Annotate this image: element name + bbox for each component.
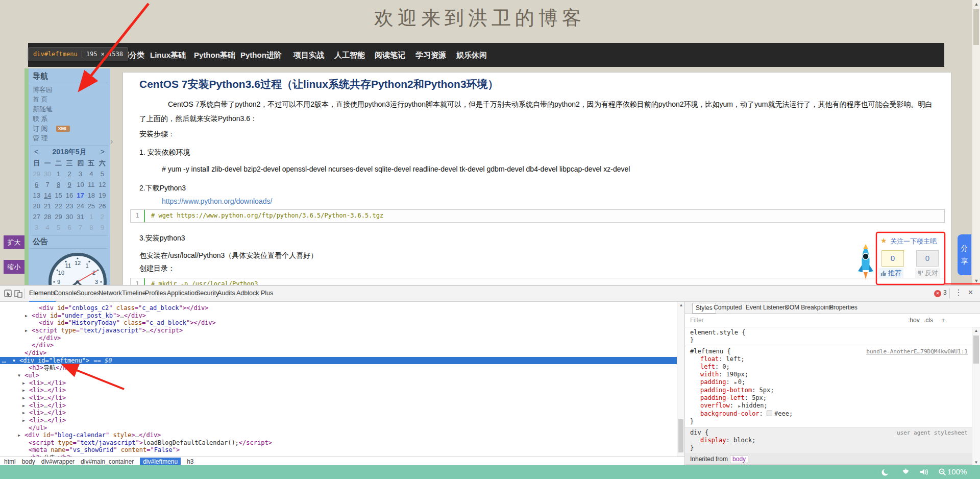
- nav-item[interactable]: 阅读笔记: [375, 43, 405, 67]
- css-property[interactable]: padding-left: 5px;: [690, 394, 968, 402]
- breadcrumb-div#main_container[interactable]: div#main_container: [81, 458, 134, 465]
- breadcrumb-h3[interactable]: h3: [187, 458, 193, 465]
- expand-arrow-icon[interactable]: ▶: [22, 387, 25, 395]
- color-swatch[interactable]: [767, 411, 772, 416]
- calendar-day[interactable]: 8: [53, 181, 64, 188]
- styles-tab-dom-breakpoints[interactable]: DOM Breakpoints: [785, 303, 834, 313]
- calendar-day[interactable]: 6: [31, 181, 42, 188]
- zoom-magnifier-icon[interactable]: [938, 468, 947, 476]
- scrollbar-thumb[interactable]: [973, 9, 979, 45]
- nav-item[interactable]: 学习资源: [415, 43, 446, 67]
- dom-row[interactable]: ▶<div id="under_post_kb">…</div>: [0, 312, 677, 320]
- expand-arrow-icon[interactable]: ▶: [22, 380, 25, 388]
- dom-row[interactable]: <script type="text/javascript">loadBlogD…: [0, 439, 677, 447]
- css-property[interactable]: display: block;: [690, 437, 968, 444]
- styles-tab-properties[interactable]: Properties: [829, 303, 857, 313]
- expand-arrow-icon[interactable]: ▶: [25, 313, 28, 320]
- sidebar-link[interactable]: 联 系: [33, 114, 108, 124]
- shrink-button[interactable]: 缩小: [4, 260, 24, 274]
- dom-row[interactable]: ▶<li>…</li>: [0, 394, 677, 402]
- css-property[interactable]: width: 190px;: [690, 371, 968, 378]
- css-rule[interactable]: element.style {}: [685, 327, 972, 346]
- zoom-level[interactable]: 100%: [947, 467, 967, 476]
- devtools-tab-network[interactable]: Network: [99, 285, 122, 301]
- calendar-next-button[interactable]: >: [101, 146, 105, 158]
- stylesheet-source-link[interactable]: bundle-AnotherE…79DQM4kw0WU1:1: [866, 348, 968, 355]
- calendar-prev-button[interactable]: <: [34, 146, 38, 158]
- acorn-icon[interactable]: [901, 468, 910, 476]
- css-rule[interactable]: user agent stylesheetdiv {display: block…: [685, 427, 972, 454]
- scroll-up-icon[interactable]: ▲: [972, 2, 980, 7]
- devtools-menu-icon[interactable]: ⋮: [954, 288, 963, 297]
- dom-row[interactable]: ▶<li>…</li>: [0, 379, 677, 387]
- sidebar-toggle[interactable]: ›: [110, 137, 113, 146]
- breadcrumb-body[interactable]: body: [22, 458, 35, 465]
- toggle-hover-state-button[interactable]: :hov: [908, 317, 920, 324]
- devtools-tab-console[interactable]: Console: [54, 285, 77, 301]
- sidebar-link[interactable]: 博客园: [33, 85, 108, 94]
- dom-row[interactable]: ▶<li>…</li>: [0, 402, 677, 410]
- scrollbar-thumb[interactable]: [678, 419, 683, 452]
- devtools-tab-profiles[interactable]: Profiles: [145, 285, 166, 301]
- scroll-down-icon[interactable]: ▼: [972, 460, 980, 465]
- scroll-up-icon[interactable]: ▲: [972, 328, 980, 333]
- nav-item[interactable]: 人工智能: [334, 43, 365, 67]
- dom-row[interactable]: </ul>: [0, 424, 677, 432]
- nav-item[interactable]: Python进阶: [240, 43, 282, 67]
- devtools-tab-sources[interactable]: Sources: [77, 285, 100, 301]
- styles-tab-styles[interactable]: Styles: [692, 303, 716, 314]
- expand-button[interactable]: 扩大: [4, 235, 24, 249]
- nav-item[interactable]: 项目实战: [293, 43, 324, 67]
- inherited-node-chip[interactable]: body: [730, 455, 748, 463]
- new-style-rule-button[interactable]: +: [941, 316, 945, 324]
- nav-item[interactable]: Python基础: [194, 43, 235, 67]
- dom-row[interactable]: </div>: [0, 334, 677, 342]
- css-property[interactable]: float: left;: [690, 355, 968, 363]
- styles-scrollbar[interactable]: ▲ ▼: [972, 327, 980, 466]
- toggle-class-button[interactable]: .cls: [924, 317, 933, 324]
- expand-arrow-icon[interactable]: ▶: [22, 402, 25, 410]
- dom-row[interactable]: ▶<div id="blog-calendar" style>…</div>: [0, 432, 677, 439]
- breadcrumb-div#leftmenu[interactable]: div#leftmenu: [140, 458, 181, 466]
- devtools-tab-security[interactable]: Security: [196, 285, 219, 301]
- calendar-day[interactable]: 2: [64, 170, 75, 178]
- dom-row[interactable]: <div id="HistoryToday" class="c_ad_block…: [0, 319, 677, 327]
- breadcrumb-div#wrapper[interactable]: div#wrapper: [41, 458, 75, 465]
- dom-row[interactable]: ▶<script type="text/javascript">…</scrip…: [0, 327, 677, 334]
- devtools-tab-adblock-plus[interactable]: Adblock Plus: [236, 285, 273, 301]
- dom-tree-scrollbar[interactable]: ▲: [677, 302, 684, 457]
- sidebar-link[interactable]: 订 阅XML: [33, 124, 108, 133]
- css-property[interactable]: overflow: ▶hidden;: [690, 402, 968, 410]
- collapse-arrow-icon[interactable]: ▼: [13, 357, 15, 365]
- css-property[interactable]: padding-bottom: 5px;: [690, 387, 968, 394]
- devtools-tab-application[interactable]: Application: [167, 285, 198, 301]
- rocket-icon[interactable]: [856, 244, 875, 282]
- device-toolbar-icon[interactable]: [14, 290, 22, 298]
- upvote-button[interactable]: 推荐: [878, 268, 903, 278]
- scroll-up-icon[interactable]: ▲: [677, 303, 685, 307]
- scrollbar-thumb[interactable]: [973, 336, 979, 364]
- inspect-element-icon[interactable]: [4, 290, 12, 298]
- expand-arrow-icon[interactable]: ▶: [22, 410, 25, 417]
- dom-row[interactable]: <h3>导航</h3>: [0, 364, 677, 372]
- css-property[interactable]: padding: ▶0;: [690, 378, 968, 387]
- dom-row[interactable]: <div id="cnblogs_c2" class="c_ad_block">…: [0, 304, 677, 312]
- nav-item[interactable]: 娱乐休闲: [456, 43, 487, 67]
- dom-row[interactable]: ▶<li>…</li>: [0, 409, 677, 417]
- calendar-day[interactable]: 14: [42, 191, 53, 199]
- stylesheet-source-link[interactable]: user agent stylesheet: [897, 429, 968, 437]
- sidebar-link[interactable]: 管 理: [33, 133, 108, 143]
- sidebar-link[interactable]: 新随笔: [33, 104, 108, 114]
- dom-row-selected[interactable]: …▼<div id="leftmenu">== $0: [0, 357, 677, 365]
- css-property[interactable]: background-color: #eee;: [690, 410, 968, 418]
- error-badge-icon[interactable]: ✕: [934, 290, 941, 297]
- styles-tab-computed[interactable]: Computed: [714, 303, 742, 313]
- expand-arrow-icon[interactable]: ▶: [22, 395, 25, 402]
- nav-item[interactable]: Linux基础: [150, 43, 186, 67]
- expand-arrow-icon[interactable]: ▶: [22, 417, 25, 425]
- share-button[interactable]: 分享: [958, 234, 971, 275]
- styles-filter-input[interactable]: Filter: [690, 317, 704, 324]
- styles-tab-event-listeners[interactable]: Event Listeners: [746, 303, 788, 313]
- expand-arrow-icon[interactable]: ▶: [18, 432, 20, 440]
- dom-row[interactable]: ▼<ul>: [0, 372, 677, 379]
